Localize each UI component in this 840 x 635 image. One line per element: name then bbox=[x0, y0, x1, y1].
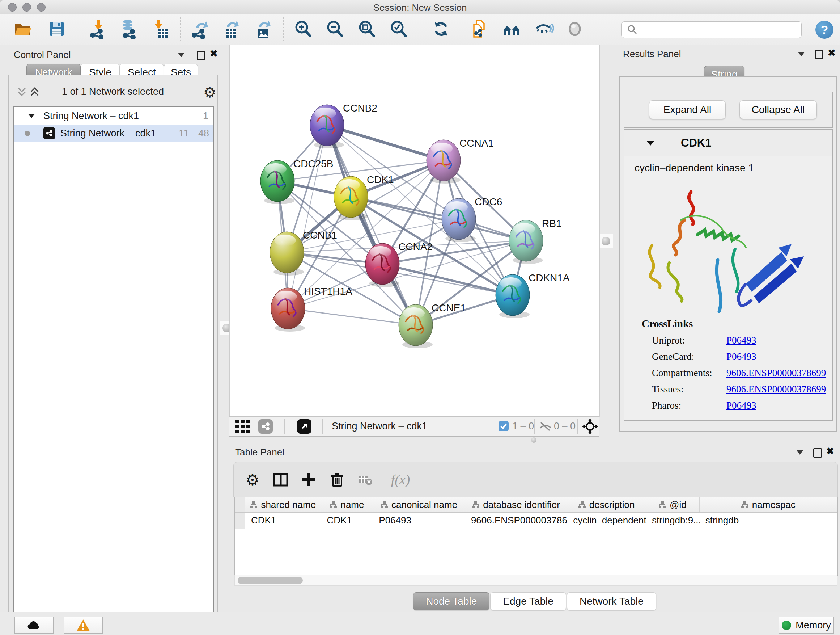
column-header-description[interactable]: description bbox=[567, 497, 646, 512]
results-panel-menu-button[interactable] bbox=[798, 52, 805, 57]
results-panel-close-button[interactable]: ✖ bbox=[828, 49, 836, 57]
crosslink-link[interactable]: 9606.ENSP00000378699 bbox=[726, 367, 826, 379]
network-tree-root-row[interactable]: String Network – cdk1 1 bbox=[14, 107, 213, 125]
network-edge-HIST1H1A-CCNE1[interactable] bbox=[288, 309, 416, 325]
network-share-icon[interactable] bbox=[258, 419, 273, 434]
network-node-CDKN1A[interactable] bbox=[496, 274, 530, 316]
move-crosshair-icon[interactable] bbox=[582, 418, 598, 436]
network-node-CDC6[interactable] bbox=[442, 198, 476, 240]
import-table-button[interactable] bbox=[150, 19, 171, 40]
table-cell[interactable]: 9606.ENSP00000378699 bbox=[465, 513, 567, 529]
import-network-file-button[interactable] bbox=[88, 19, 109, 40]
network-node-CDK1[interactable] bbox=[334, 176, 368, 218]
node-label-CCNE1: CCNE1 bbox=[431, 302, 466, 314]
collapse-all-button[interactable]: Collapse All bbox=[739, 100, 817, 119]
bottom-splitter-handle[interactable] bbox=[531, 437, 537, 443]
import-network-database-button[interactable] bbox=[118, 19, 140, 40]
memory-button[interactable]: Memory bbox=[778, 616, 834, 634]
export-network-button[interactable] bbox=[190, 19, 211, 40]
column-header-canonical-name[interactable]: canonical name bbox=[373, 497, 465, 512]
hide-selected-button[interactable] bbox=[533, 19, 554, 40]
add-column-icon[interactable] bbox=[300, 470, 318, 489]
network-canvas[interactable]: CCNB2CCNA1CDC25BCDK1CDC6RB1CCNB1CCNA2CDK… bbox=[229, 45, 600, 417]
help-button[interactable]: ? bbox=[815, 21, 834, 39]
table-horizontal-scrollbar[interactable] bbox=[234, 575, 837, 586]
network-node-CCNE1[interactable] bbox=[399, 304, 433, 346]
crosslink-link[interactable]: P06493 bbox=[726, 351, 756, 363]
tab-edge-table[interactable]: Edge Table bbox=[490, 592, 566, 610]
search-input[interactable] bbox=[641, 23, 801, 36]
column-header--id[interactable]: @id bbox=[646, 497, 699, 512]
column-header-database-identifier[interactable]: database identifier bbox=[465, 497, 567, 512]
expand-all-button[interactable]: Expand All bbox=[649, 100, 726, 119]
node-table: shared namenamecanonical namedatabase id… bbox=[234, 497, 838, 576]
export-image-button[interactable] bbox=[253, 19, 273, 40]
tab-network-table[interactable]: Network Table bbox=[567, 592, 656, 610]
clone-network-button[interactable] bbox=[469, 19, 490, 40]
table-panel-float-button[interactable] bbox=[813, 448, 822, 458]
column-header-shared-name[interactable]: shared name bbox=[245, 497, 321, 512]
network-node-CCNB2[interactable] bbox=[310, 105, 344, 146]
grid-view-icon[interactable] bbox=[235, 420, 250, 435]
scrollbar-thumb[interactable] bbox=[238, 577, 303, 584]
selected-counts: 1 – 0 bbox=[512, 421, 534, 432]
warnings-button[interactable] bbox=[64, 616, 103, 634]
delete-column-trash-icon[interactable] bbox=[328, 470, 347, 489]
apply-layout-button[interactable] bbox=[431, 19, 452, 40]
table-cell[interactable]: stringdb:9... bbox=[646, 513, 699, 529]
network-tree-child-row[interactable]: String Network – cdk1 11 48 bbox=[14, 125, 213, 142]
column-header-name[interactable]: name bbox=[321, 497, 373, 512]
tree-collapse-icon[interactable] bbox=[27, 112, 35, 119]
zoom-fit-icon bbox=[357, 19, 377, 39]
crosslink-link[interactable]: P06493 bbox=[726, 400, 756, 411]
control-panel-menu-button[interactable] bbox=[178, 53, 185, 57]
protein-entry-header[interactable]: CDK1 bbox=[624, 130, 832, 157]
table-cell[interactable]: CDK1 bbox=[321, 513, 373, 529]
function-builder-icon[interactable]: f(x) bbox=[384, 470, 417, 489]
selected-checkbox-icon[interactable] bbox=[498, 421, 509, 433]
table-cell[interactable]: stringdb bbox=[699, 513, 837, 529]
hidden-eye-icon[interactable] bbox=[538, 421, 552, 433]
results-panel-float-button[interactable] bbox=[815, 50, 823, 59]
table-cell[interactable]: cyclin–dependent ... bbox=[567, 513, 646, 529]
table-columns-icon[interactable] bbox=[271, 470, 290, 489]
right-splitter-handle[interactable] bbox=[599, 234, 613, 249]
zoom-fit-button[interactable] bbox=[356, 19, 377, 40]
network-node-CDC25B[interactable] bbox=[261, 160, 294, 202]
network-edge-CCNB2-HIST1H1A[interactable] bbox=[288, 125, 327, 309]
network-node-RB1[interactable] bbox=[509, 220, 543, 261]
network-graph[interactable]: CCNB2CCNA1CDC25BCDK1CDC6RB1CCNB1CCNA2CDK… bbox=[230, 45, 600, 417]
crosslink-link[interactable]: 9606.ENSP00000378699 bbox=[726, 384, 826, 395]
export-table-button[interactable] bbox=[221, 19, 242, 40]
first-neighbors-button[interactable] bbox=[501, 19, 523, 40]
column-header-namespac[interactable]: namespac bbox=[699, 497, 837, 512]
show-all-button[interactable] bbox=[564, 19, 585, 40]
network-node-HIST1H1A[interactable] bbox=[271, 288, 305, 329]
network-node-CCNB1[interactable] bbox=[270, 232, 304, 273]
network-tree: String Network – cdk1 1 String Network –… bbox=[13, 106, 214, 631]
birds-eye-view-icon[interactable] bbox=[297, 419, 311, 434]
network-node-CCNA2[interactable] bbox=[365, 243, 399, 285]
node-label-CCNA1: CCNA1 bbox=[459, 138, 494, 149]
control-panel-float-button[interactable] bbox=[197, 51, 205, 60]
zoom-selected-button[interactable] bbox=[388, 19, 409, 40]
network-node-CCNA1[interactable] bbox=[426, 140, 461, 181]
network-edge-CCNB2-CCNA1[interactable] bbox=[327, 125, 444, 160]
tab-node-table[interactable]: Node Table bbox=[413, 592, 489, 610]
control-panel-close-button[interactable]: ✖ bbox=[210, 50, 218, 58]
table-cell[interactable]: P06493 bbox=[373, 513, 465, 529]
zoom-out-button[interactable] bbox=[325, 19, 346, 40]
zoom-in-button[interactable] bbox=[293, 19, 314, 40]
table-panel-close-button[interactable]: ✖ bbox=[826, 448, 834, 456]
table-cell[interactable]: CDK1 bbox=[245, 513, 321, 529]
save-session-button[interactable] bbox=[46, 19, 67, 40]
delete-table-icon[interactable] bbox=[356, 470, 375, 489]
crosslink-link[interactable]: P06493 bbox=[726, 335, 756, 346]
network-list-gear-icon[interactable]: ⚙ bbox=[203, 84, 216, 101]
entry-collapse-icon[interactable] bbox=[646, 140, 655, 146]
table-panel-menu-button[interactable] bbox=[797, 450, 803, 455]
cloud-status-button[interactable] bbox=[14, 616, 54, 634]
table-settings-gear-icon[interactable]: ⚙ bbox=[243, 470, 262, 489]
open-session-button[interactable] bbox=[12, 19, 33, 40]
table-data-row[interactable]: CDK1CDK1P064939606.ENSP00000378699cyclin… bbox=[235, 513, 837, 529]
